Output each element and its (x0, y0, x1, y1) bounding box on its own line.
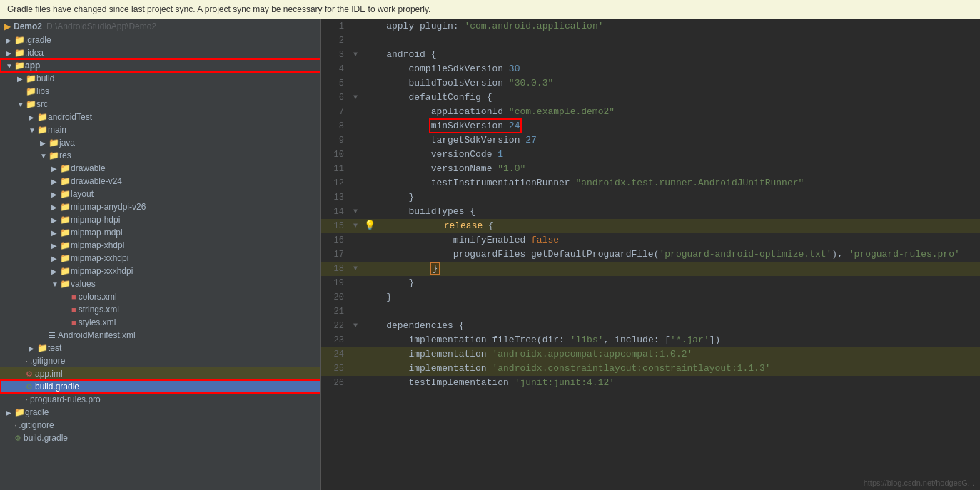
line-number: 13 (321, 190, 350, 205)
sidebar-item-mipmap-mdpi[interactable]: ▶ 📁 mipmap-mdpi (0, 226, 320, 239)
fold-icon: ▼ (350, 205, 361, 219)
sidebar-item-res[interactable]: ▼ 📁 res (0, 149, 320, 162)
file-icon: · (26, 395, 28, 404)
folder-icon: 📁 (14, 35, 25, 45)
node-label: src (36, 99, 48, 109)
folder-icon: 📁 (60, 202, 71, 212)
sidebar-item-mipmap-xxhdpi[interactable]: ▶ 📁 mipmap-xxhdpi (0, 252, 320, 265)
sidebar-item-mipmap-xxxhdpi[interactable]: ▶ 📁 mipmap-xxxhdpi (0, 265, 320, 277)
file-icon: · (26, 357, 28, 365)
line-number: 20 (321, 290, 350, 305)
sidebar-item-appiml[interactable]: ▶ ⚙ app.iml (0, 367, 320, 380)
node-label: mipmap-mdpi (71, 228, 123, 238)
file-icon: ⚙ (26, 382, 33, 392)
sidebar-item-gradle-root[interactable]: ▶ 📁 gradle (0, 406, 320, 419)
node-label: res (59, 150, 71, 160)
line-content: implementation fileTree(dir: 'libs', inc… (361, 333, 980, 347)
arrow-icon: ▶ (51, 203, 60, 211)
sidebar-item-idea[interactable]: ▶ 📁 .idea (0, 46, 320, 59)
node-label: mipmap-hdpi (71, 215, 120, 225)
sidebar-item-mipmap-hdpi[interactable]: ▶ 📁 mipmap-hdpi (0, 213, 320, 226)
line-content: 💡 release { (361, 219, 980, 233)
line-content: proguardFiles getDefaultProguardFile('pr… (361, 247, 980, 262)
arrow-icon: ▶ (51, 178, 60, 185)
line-content: defaultConfig { (361, 91, 980, 105)
sidebar-item-values[interactable]: ▼ 📁 values (0, 277, 320, 290)
sidebar-item-gradle-hidden[interactable]: ▶ 📁 .gradle (0, 34, 320, 46)
node-label: styles.xml (79, 317, 116, 327)
node-label: mipmap-anydpi-v26 (71, 202, 146, 212)
sidebar-item-buildgradle-root[interactable]: ▶ ⚙ build.gradle (0, 432, 320, 444)
sidebar-item-layout[interactable]: ▶ 📁 layout (0, 188, 320, 200)
sidebar-item-mipmap-xhdpi[interactable]: ▶ 📁 mipmap-xhdpi (0, 239, 320, 252)
line-content: compileSdkVersion 30 (361, 62, 980, 76)
arrow-icon: ▶ (51, 242, 60, 250)
sidebar-item-androidmanifest[interactable]: ▶ ☰ AndroidManifest.xml (0, 329, 320, 342)
node-label: strings.xml (79, 305, 119, 315)
line-number: 18 (321, 262, 350, 276)
sidebar-item-libs[interactable]: ▶ 📁 libs (0, 85, 320, 98)
line-number: 21 (321, 305, 350, 319)
sidebar-item-buildgradle[interactable]: ▶ ⚙ build.gradle (0, 380, 320, 393)
code-editor[interactable]: 1 apply plugin: 'com.android.application… (321, 19, 980, 490)
node-label: build.gradle (24, 433, 68, 443)
sidebar-item-java[interactable]: ▶ 📁 java (0, 136, 320, 149)
file-icon: ⚙ (26, 369, 33, 379)
sidebar-item-drawable[interactable]: ▶ 📁 drawable (0, 162, 320, 175)
sidebar-item-src[interactable]: ▼ 📁 src (0, 98, 320, 111)
sidebar-item-gitignore-root[interactable]: ▶ · .gitignore (0, 419, 320, 432)
sidebar-item-build[interactable]: ▶ 📁 build (0, 72, 320, 85)
editor-line-15: 15 ▼ 💡 release { (321, 219, 980, 233)
sidebar-item-main[interactable]: ▼ 📁 main (0, 123, 320, 136)
node-label: app.iml (35, 369, 63, 379)
sidebar-item-proguard[interactable]: ▶ · proguard-rules.pro (0, 393, 320, 406)
folder-icon: 📁 (60, 163, 71, 173)
project-root[interactable]: ▶ Demo2 D:\AndroidStudioApp\Demo2 (0, 19, 320, 34)
editor-line-26: 26 testImplementation 'junit:junit:4.12' (321, 376, 980, 390)
folder-icon: 📁 (60, 189, 71, 199)
line-content: testInstrumentationRunner "androidx.test… (361, 176, 980, 190)
line-content: versionName "1.0" (361, 162, 980, 176)
sidebar-item-test[interactable]: ▶ 📁 test (0, 342, 320, 354)
line-number: 9 (321, 133, 350, 148)
file-icon: ■ (71, 292, 76, 301)
sidebar-item-strings-xml[interactable]: ▶ ■ strings.xml (0, 303, 320, 316)
watermark: https://blog.csdn.net/hodgesG... (864, 479, 974, 487)
folder-icon: 📁 (60, 228, 71, 238)
node-label: .gitignore (19, 420, 54, 430)
editor-line-10: 10 versionCode 1 (321, 148, 980, 162)
line-number: 15 (321, 219, 350, 233)
line-content: minSdkVersion 24 (361, 119, 980, 133)
sidebar-item-colors-xml[interactable]: ▶ ■ colors.xml (0, 290, 320, 303)
arrow-icon: ▼ (17, 101, 26, 108)
sidebar-item-androidtest[interactable]: ▶ 📁 androidTest (0, 111, 320, 123)
line-content: } (361, 190, 980, 205)
line-number: 19 (321, 276, 350, 290)
editor-line-11: 11 versionName "1.0" (321, 162, 980, 176)
node-label: build.gradle (35, 382, 79, 392)
line-content: } (361, 290, 980, 305)
sidebar-item-styles-xml[interactable]: ▶ ■ styles.xml (0, 316, 320, 329)
sidebar-item-mipmap-anydpi-v26[interactable]: ▶ 📁 mipmap-anydpi-v26 (0, 200, 320, 213)
editor-line-22: 22 ▼ dependencies { (321, 319, 980, 333)
line-number: 3 (321, 48, 350, 62)
editor-line-9: 9 targetSdkVersion 27 (321, 133, 980, 148)
node-label: mipmap-xhdpi (71, 240, 124, 250)
arrow-icon: ▶ (6, 36, 14, 44)
node-label: libs (36, 86, 49, 96)
line-number: 7 (321, 105, 350, 119)
sidebar-item-app[interactable]: ▼ 📁 app (0, 59, 320, 72)
sidebar-item-drawable-v24[interactable]: ▶ 📁 drawable-v24 (0, 175, 320, 188)
file-icon: ⚙ (14, 434, 21, 443)
sidebar-item-gitignore-app[interactable]: ▶ · .gitignore (0, 354, 320, 367)
editor-line-16: 16 minifyEnabled false (321, 233, 980, 247)
folder-icon: 📁 (60, 215, 71, 225)
line-number: 24 (321, 347, 350, 362)
editor-line-20: 20 } (321, 290, 980, 305)
arrow-icon: ▼ (40, 152, 49, 160)
line-content: applicationId "com.example.demo2" (361, 105, 980, 119)
file-icon: ☰ (49, 331, 56, 340)
node-label: test (48, 343, 61, 353)
line-content: versionCode 1 (361, 148, 980, 162)
fold-icon: ▼ (350, 262, 361, 276)
